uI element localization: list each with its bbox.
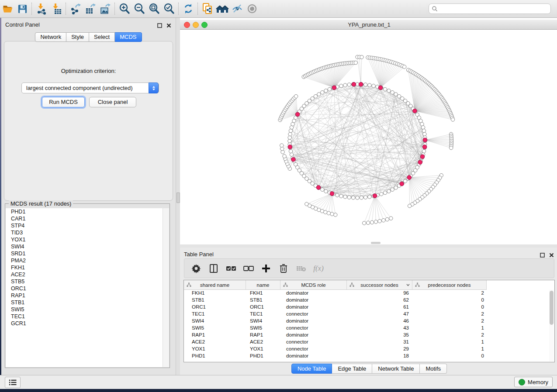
import-table-icon[interactable] (49, 2, 64, 15)
network-leaf-node[interactable] (294, 94, 298, 98)
mcds-node-item[interactable]: TEC1 (6, 313, 163, 320)
memory-button[interactable]: Memory (514, 377, 553, 387)
network-leaf-node[interactable] (334, 213, 337, 217)
zoom-fit-icon[interactable] (147, 2, 162, 15)
mcds-hub-node[interactable] (291, 158, 296, 162)
tab-select[interactable]: Select (89, 32, 115, 42)
mcds-hub-node[interactable] (330, 192, 334, 196)
mcds-hub-node[interactable] (420, 155, 425, 159)
column-header-name[interactable]: name (246, 280, 280, 289)
network-leaf-node[interactable] (449, 146, 453, 150)
network-node[interactable] (289, 129, 292, 132)
network-node[interactable] (324, 189, 328, 193)
open-file-icon[interactable] (0, 2, 15, 15)
network-graph[interactable] (180, 30, 557, 244)
mcds-hub-node[interactable] (332, 86, 336, 90)
deselect-all-rows-icon[interactable] (241, 261, 256, 276)
network-canvas[interactable] (180, 30, 557, 244)
split-columns-icon[interactable] (206, 261, 221, 276)
table-row[interactable]: SWI4SWI4dominator462 (184, 317, 549, 324)
tab-mcds[interactable]: MCDS (115, 32, 142, 42)
network-node[interactable] (328, 87, 331, 91)
home-icon[interactable] (215, 2, 230, 15)
network-node[interactable] (324, 89, 328, 93)
column-header-successor-nodes[interactable]: successor nodes (347, 280, 412, 289)
network-node[interactable] (363, 196, 367, 199)
mcds-hub-node[interactable] (422, 145, 427, 149)
network-node[interactable] (380, 192, 383, 196)
network-leaf-node[interactable] (280, 144, 284, 147)
table-row[interactable]: STB1STB1dominator620 (184, 296, 549, 303)
network-node[interactable] (311, 96, 314, 100)
network-node[interactable] (321, 188, 324, 191)
mcds-hub-node[interactable] (288, 145, 292, 149)
network-leaf-node[interactable] (281, 150, 284, 154)
export-table-icon[interactable] (83, 2, 98, 15)
tab-node-table[interactable]: Node Table (291, 364, 332, 374)
network-node[interactable] (343, 83, 347, 87)
network-leaf-node[interactable] (330, 212, 334, 216)
zoom-selected-icon[interactable] (162, 2, 176, 15)
tab-edge-table[interactable]: Edge Table (332, 364, 372, 374)
network-node[interactable] (321, 91, 324, 94)
export-network-icon[interactable] (68, 2, 83, 15)
network-leaf-node[interactable] (362, 221, 366, 225)
tab-motifs[interactable]: Motifs (420, 364, 447, 374)
function-builder-icon[interactable]: f(x) (311, 261, 326, 276)
network-leaf-node[interactable] (374, 220, 377, 224)
network-node[interactable] (288, 139, 291, 143)
mcds-hub-node[interactable] (295, 112, 300, 117)
network-node[interactable] (422, 129, 426, 132)
criterion-dropdown[interactable]: largest connected component (undirected) (21, 83, 159, 93)
network-leaf-node[interactable] (354, 61, 357, 64)
zoom-in-icon[interactable] (117, 2, 132, 15)
network-leaf-node[interactable] (370, 220, 374, 224)
import-network-icon[interactable] (34, 2, 49, 15)
network-node[interactable] (421, 126, 425, 129)
mcds-hub-node[interactable] (378, 86, 383, 90)
network-hscrollbar[interactable] (371, 242, 381, 244)
mcds-result-list[interactable]: PHD1CAR1STP4TID3YOX1SWI4SRD1PMA2FKH1ACE2… (6, 208, 163, 367)
zoom-out-icon[interactable] (132, 2, 147, 15)
table-row[interactable]: ACE2ACE2connector311 (184, 338, 549, 345)
table-row[interactable]: TEC1TEC1connector472 (184, 310, 549, 317)
tab-network-table[interactable]: Network Table (372, 364, 420, 374)
network-node[interactable] (360, 196, 363, 199)
network-node[interactable] (394, 93, 398, 96)
hide-details-icon[interactable] (230, 2, 245, 15)
network-leaf-node[interactable] (389, 217, 393, 220)
add-row-icon[interactable] (259, 261, 273, 276)
mcds-hub-node[interactable] (407, 175, 412, 180)
mcds-node-item[interactable]: STB5 (6, 278, 163, 285)
network-leaf-node[interactable] (385, 217, 389, 221)
network-leaf-node[interactable] (402, 65, 406, 69)
network-leaf-node[interactable] (360, 55, 363, 59)
network-titlebar[interactable]: YPA_prune.txt_1 (180, 20, 557, 30)
tab-network[interactable]: Network (35, 32, 66, 42)
mcds-node-item[interactable]: YOX1 (6, 236, 163, 243)
refresh-view-icon[interactable] (181, 2, 196, 15)
table-scrollbar[interactable] (549, 290, 554, 361)
mcds-list-scrollbar[interactable] (163, 208, 169, 367)
network-node[interactable] (387, 89, 391, 93)
table-scrollbar-thumb[interactable] (550, 291, 554, 325)
network-node[interactable] (397, 94, 401, 98)
network-leaf-node[interactable] (382, 219, 385, 222)
table-row[interactable]: RAP1RAP1dominator352 (184, 331, 549, 338)
network-node[interactable] (372, 84, 375, 88)
mcds-node-item[interactable]: SWI5 (6, 306, 163, 313)
column-header-shared-name[interactable]: shared name (184, 280, 246, 289)
network-node[interactable] (383, 87, 387, 91)
select-all-rows-icon[interactable] (224, 261, 239, 276)
mcds-node-item[interactable]: PMA2 (6, 257, 163, 264)
duplicate-network-icon[interactable] (200, 2, 215, 15)
network-leaf-node[interactable] (280, 147, 284, 151)
network-node[interactable] (314, 94, 317, 98)
horizontal-splitter[interactable] (180, 244, 557, 248)
mcds-node-item[interactable]: GCR1 (6, 320, 163, 327)
network-node[interactable] (347, 196, 351, 199)
mcds-node-item[interactable]: STP4 (6, 222, 163, 229)
network-leaf-node[interactable] (451, 118, 454, 121)
tab-style[interactable]: Style (66, 32, 89, 42)
splitter-handle[interactable] (176, 193, 180, 203)
